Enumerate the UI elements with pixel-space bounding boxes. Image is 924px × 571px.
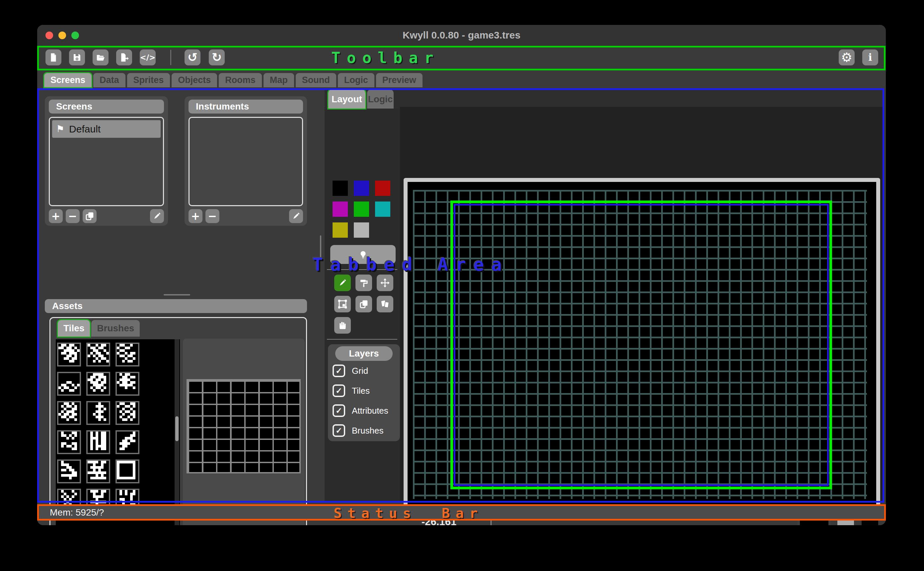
- assets-panel: TilesBrushes +−↔↕: [49, 317, 307, 525]
- instruments-edit-button[interactable]: [289, 209, 303, 223]
- duplicate-tool[interactable]: [356, 296, 372, 312]
- light-button[interactable]: [330, 245, 396, 264]
- instruments-list[interactable]: [188, 117, 303, 206]
- tab-preview[interactable]: Preview: [376, 73, 422, 87]
- screens-panel-footer: +−: [49, 209, 164, 223]
- screen-list-item[interactable]: ⚑Default: [52, 120, 161, 138]
- tile-item[interactable]: [86, 343, 110, 366]
- select-tool[interactable]: [334, 296, 351, 312]
- palette-color[interactable]: [333, 202, 348, 217]
- tab-map[interactable]: Map: [263, 73, 294, 87]
- screens-panel-title: Screens: [49, 100, 164, 114]
- instruments-add-button[interactable]: +: [188, 209, 202, 223]
- editor-tab-logic[interactable]: Logic: [367, 90, 394, 108]
- tile-item[interactable]: [116, 460, 139, 483]
- memory-readout: Mem: 5925/?: [50, 507, 104, 518]
- undo-button[interactable]: ↺: [185, 49, 200, 65]
- export-button[interactable]: [116, 49, 132, 65]
- tile-item[interactable]: [116, 401, 139, 425]
- layer-row-grid: ✓Grid: [333, 364, 368, 378]
- vertical-splitter-handle[interactable]: [320, 235, 321, 259]
- palette-color[interactable]: [333, 181, 348, 196]
- open-button[interactable]: [92, 49, 109, 65]
- layer-label: Tiles: [352, 386, 370, 396]
- tab-sound[interactable]: Sound: [296, 73, 336, 87]
- tile-item[interactable]: [116, 343, 139, 366]
- tile-item[interactable]: [86, 430, 110, 454]
- layer-checkbox-tiles[interactable]: ✓: [333, 384, 345, 397]
- tab-sprites[interactable]: Sprites: [127, 73, 170, 87]
- page-background: Kwyll 0.0.80 - game3.tres </> ↺↻ ⚙i Scre…: [0, 0, 924, 571]
- layer-row-brushes: ✓Brushes: [333, 424, 383, 437]
- palette-color[interactable]: [375, 202, 390, 217]
- layers-panel-title: Layers: [335, 346, 393, 361]
- app-window: Kwyll 0.0.80 - game3.tres </> ↺↻ ⚙i Scre…: [37, 25, 886, 525]
- tab-rooms[interactable]: Rooms: [219, 73, 262, 87]
- status-bar: Mem: 5925/?: [38, 506, 884, 519]
- screens-add-button[interactable]: +: [49, 209, 63, 223]
- palette-color[interactable]: [375, 181, 390, 196]
- tab-data[interactable]: Data: [93, 73, 125, 87]
- redo-button[interactable]: ↻: [209, 49, 225, 65]
- tabbed-area: Screens ⚑Default +− Instruments +− Asset…: [37, 88, 886, 503]
- tile-item[interactable]: [86, 372, 110, 396]
- paste-tool[interactable]: [377, 296, 393, 312]
- tools-separator-top: [327, 269, 397, 270]
- tab-logic[interactable]: Logic: [338, 73, 374, 87]
- layer-checkbox-brushes[interactable]: ✓: [333, 424, 345, 437]
- editor-tab-layout[interactable]: Layout: [328, 90, 365, 108]
- new-file-button[interactable]: [45, 49, 62, 65]
- assets-tab-brushes[interactable]: Brushes: [91, 320, 140, 336]
- tools-separator-bottom: [327, 339, 397, 340]
- palette-color[interactable]: [354, 222, 369, 238]
- tile-item[interactable]: [57, 430, 81, 454]
- main-tab-bar: ScreensDataSpritesObjectsRoomsMapSoundLo…: [44, 73, 422, 87]
- layer-label: Attributes: [352, 406, 388, 416]
- tile-list[interactable]: [56, 339, 180, 525]
- tile-item[interactable]: [57, 343, 81, 366]
- tab-screens[interactable]: Screens: [44, 73, 92, 87]
- tile-list-scrollbar[interactable]: [175, 339, 179, 525]
- horizontal-splitter-handle[interactable]: [164, 294, 190, 295]
- tile-item[interactable]: [86, 460, 110, 483]
- palette-color[interactable]: [354, 181, 369, 196]
- layer-label: Brushes: [352, 426, 383, 436]
- instruments-panel: Instruments +−: [185, 96, 307, 226]
- layers-panel: Layers ✓Grid✓Tiles✓Attributes✓Brushes: [328, 344, 400, 441]
- palette-color[interactable]: [333, 222, 348, 238]
- draw-tool[interactable]: [334, 275, 351, 291]
- tile-item[interactable]: [57, 460, 81, 483]
- tile-item[interactable]: [57, 372, 81, 396]
- fill-tool[interactable]: [356, 275, 372, 291]
- settings-button[interactable]: ⚙: [839, 49, 855, 65]
- tile-item[interactable]: [116, 430, 139, 454]
- screens-list[interactable]: ⚑Default: [49, 117, 164, 206]
- assets-tab-tiles[interactable]: Tiles: [58, 320, 90, 336]
- screen-item-label: Default: [69, 123, 100, 135]
- tile-item[interactable]: [86, 401, 110, 425]
- tab-objects[interactable]: Objects: [172, 73, 217, 87]
- screens-duplicate-button[interactable]: [83, 209, 97, 223]
- hand-tool[interactable]: [334, 317, 351, 333]
- move-tool[interactable]: [377, 275, 393, 291]
- instruments-panel-title: Instruments: [188, 100, 303, 114]
- instruments-panel-footer: +−: [188, 209, 303, 223]
- info-button[interactable]: i: [862, 49, 878, 65]
- screens-edit-button[interactable]: [150, 209, 164, 223]
- tile-item[interactable]: [116, 372, 139, 396]
- tile-item[interactable]: [57, 401, 81, 425]
- palette-color[interactable]: [354, 202, 369, 217]
- save-button[interactable]: [69, 49, 85, 65]
- tile-preview-grid[interactable]: [186, 379, 301, 474]
- code-button[interactable]: </>: [140, 49, 156, 65]
- layer-checkbox-attributes[interactable]: ✓: [333, 404, 345, 417]
- layer-row-attributes: ✓Attributes: [333, 404, 388, 417]
- instruments-remove-button[interactable]: −: [205, 209, 219, 223]
- view-bounds-rect: [454, 204, 829, 486]
- layer-label: Grid: [352, 366, 368, 376]
- screens-remove-button[interactable]: −: [66, 209, 80, 223]
- scrollbar-thumb[interactable]: [175, 416, 179, 441]
- screen-canvas[interactable]: [403, 178, 880, 512]
- layer-checkbox-grid[interactable]: ✓: [333, 364, 345, 377]
- screens-panel: Screens ⚑Default +−: [45, 96, 168, 226]
